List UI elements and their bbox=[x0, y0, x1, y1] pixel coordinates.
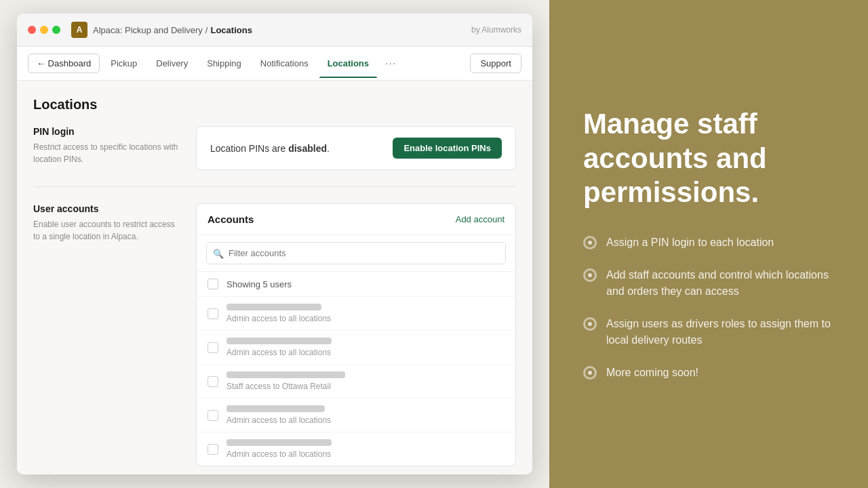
pin-login-desc: Restrict access to specific locations wi… bbox=[33, 141, 182, 165]
nav-pickup[interactable]: Pickup bbox=[102, 49, 145, 78]
promo-panel: Manage staff accounts and permissions. A… bbox=[549, 0, 868, 488]
account-checkbox-2[interactable] bbox=[208, 342, 218, 353]
pin-status-card: Location PINs are disabled. Enable locat… bbox=[196, 126, 516, 170]
account-sub-1: Admin access to all locations bbox=[226, 314, 505, 323]
account-name-bar-1 bbox=[226, 304, 321, 310]
app-panel: A Alpaca: Pickup and Delivery / Location… bbox=[0, 0, 549, 488]
breadcrumb-app: Alpaca: Pickup and Delivery bbox=[93, 25, 203, 35]
pin-status-disabled: disabled bbox=[288, 143, 327, 154]
promo-text-3: Assign users as drivers roles to assign … bbox=[606, 316, 834, 348]
breadcrumb: Alpaca: Pickup and Delivery / Locations bbox=[93, 25, 252, 35]
nav-locations[interactable]: Locations bbox=[319, 49, 377, 78]
promo-item-4: More coming soon! bbox=[583, 365, 834, 381]
account-sub-3: Staff access to Ottawa Retail bbox=[226, 382, 505, 391]
account-checkbox-1[interactable] bbox=[208, 308, 218, 319]
nav-support[interactable]: Support bbox=[470, 54, 521, 73]
account-name-bar-4 bbox=[226, 405, 325, 412]
search-icon: 🔍 bbox=[213, 248, 224, 258]
promo-bullet-1 bbox=[583, 236, 597, 249]
promo-list: Assign a PIN login to each location Add … bbox=[583, 235, 834, 381]
account-checkbox-3[interactable] bbox=[208, 376, 218, 387]
account-sub-2: Admin access to all locations bbox=[226, 348, 505, 357]
content-area: Locations PIN login Restrict access to s… bbox=[17, 81, 532, 474]
navbar: ← Dashboard Pickup Delivery Shipping Not… bbox=[17, 47, 532, 81]
promo-item-1: Assign a PIN login to each location bbox=[583, 235, 834, 251]
accounts-heading: Accounts bbox=[208, 214, 254, 225]
minimize-button[interactable] bbox=[40, 26, 48, 34]
account-name-bar-2 bbox=[226, 338, 332, 344]
pin-login-title: PIN login bbox=[33, 126, 182, 137]
add-account-link[interactable]: Add account bbox=[456, 214, 505, 224]
account-info-5: Admin access to all locations bbox=[226, 439, 505, 459]
promo-bullet-3 bbox=[583, 317, 597, 331]
promo-text-1: Assign a PIN login to each location bbox=[606, 235, 774, 251]
promo-text-2: Add staff accounts and control which loc… bbox=[606, 267, 834, 300]
select-all-checkbox[interactable] bbox=[208, 279, 218, 289]
by-alumworks: by Alumworks bbox=[471, 25, 521, 35]
pin-login-label: PIN login Restrict access to specific lo… bbox=[33, 126, 182, 170]
enable-pins-button[interactable]: Enable location PINs bbox=[393, 138, 502, 159]
account-checkbox-5[interactable] bbox=[208, 444, 218, 455]
user-accounts-desc: Enable user accounts to restrict access … bbox=[33, 218, 182, 243]
user-accounts-title: User accounts bbox=[33, 203, 182, 214]
breadcrumb-sep: / bbox=[205, 25, 208, 35]
account-row: Staff access to Ottawa Retail bbox=[197, 365, 515, 399]
search-bar: 🔍 bbox=[197, 235, 515, 272]
app-window: A Alpaca: Pickup and Delivery / Location… bbox=[17, 14, 532, 474]
user-accounts-label: User accounts Enable user accounts to re… bbox=[33, 203, 182, 466]
traffic-lights bbox=[28, 26, 60, 34]
nav-more[interactable]: ··· bbox=[380, 54, 401, 74]
promo-title: Manage staff accounts and permissions. bbox=[583, 107, 834, 209]
account-name-bar-5 bbox=[226, 439, 332, 446]
promo-text-4: More coming soon! bbox=[606, 365, 698, 381]
showing-row: Showing 5 users bbox=[197, 272, 515, 297]
account-row: Admin access to all locations bbox=[197, 399, 515, 432]
search-wrapper: 🔍 bbox=[206, 242, 506, 264]
app-icon: A bbox=[71, 22, 87, 38]
account-sub-5: Admin access to all locations bbox=[226, 449, 505, 459]
account-info-4: Admin access to all locations bbox=[226, 405, 505, 425]
search-input[interactable] bbox=[206, 242, 506, 264]
account-name-bar-3 bbox=[226, 371, 345, 378]
account-sub-4: Admin access to all locations bbox=[226, 415, 505, 425]
showing-count: Showing 5 users bbox=[226, 279, 292, 289]
accounts-content: Accounts Add account 🔍 bbox=[196, 203, 516, 466]
account-row: Admin access to all locations bbox=[197, 331, 515, 365]
promo-item-3: Assign users as drivers roles to assign … bbox=[583, 316, 834, 348]
account-info-1: Admin access to all locations bbox=[226, 304, 505, 323]
page-title: Locations bbox=[33, 97, 516, 113]
accounts-header: Accounts Add account bbox=[197, 204, 515, 235]
pin-login-section: PIN login Restrict access to specific lo… bbox=[33, 126, 516, 187]
account-info-2: Admin access to all locations bbox=[226, 338, 505, 357]
nav-shipping[interactable]: Shipping bbox=[199, 49, 250, 78]
accounts-card: Accounts Add account 🔍 bbox=[196, 203, 516, 466]
account-list: Admin access to all locations Admin acce… bbox=[197, 297, 515, 466]
nav-notifications[interactable]: Notifications bbox=[252, 49, 317, 78]
close-button[interactable] bbox=[28, 26, 36, 34]
nav-delivery[interactable]: Delivery bbox=[148, 49, 196, 78]
account-checkbox-4[interactable] bbox=[208, 410, 218, 421]
promo-bullet-2 bbox=[583, 268, 597, 282]
account-row: Admin access to all locations bbox=[197, 432, 515, 466]
user-accounts-section: User accounts Enable user accounts to re… bbox=[33, 203, 516, 466]
titlebar: A Alpaca: Pickup and Delivery / Location… bbox=[17, 14, 532, 47]
account-info-3: Staff access to Ottawa Retail bbox=[226, 371, 505, 391]
account-row: Admin access to all locations bbox=[197, 297, 515, 331]
pin-status-text: Location PINs are disabled. bbox=[210, 143, 330, 154]
promo-item-2: Add staff accounts and control which loc… bbox=[583, 267, 834, 300]
maximize-button[interactable] bbox=[52, 26, 60, 34]
promo-bullet-4 bbox=[583, 366, 597, 380]
breadcrumb-current: Locations bbox=[210, 25, 252, 35]
pin-login-content: Location PINs are disabled. Enable locat… bbox=[196, 126, 516, 170]
nav-dashboard[interactable]: ← Dashboard bbox=[28, 54, 100, 73]
